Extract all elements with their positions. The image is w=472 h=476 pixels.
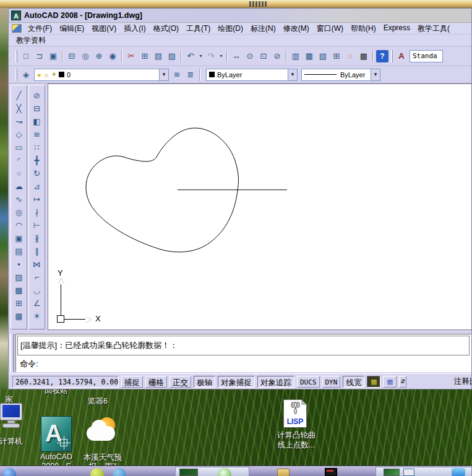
toolbar-button-save[interactable]: ▣ [47,50,59,62]
tool-button-array[interactable]: ∷ [30,141,43,154]
toolbar-button-undo-caret[interactable]: ▾ [198,50,204,62]
toolbar-grip[interactable] [15,50,17,62]
toolbar-button-cut[interactable]: ✂ [125,50,137,62]
tool-button-offset[interactable]: ≋ [30,128,43,141]
toolbar-grip[interactable] [391,50,393,62]
autocad-icon-label-line1[interactable]: AutoCAD [36,453,77,461]
make-object-layer-current-button[interactable]: ≋ [171,69,183,81]
text-style-combo[interactable]: Standa [410,50,443,62]
tool-button-ellipse[interactable]: ◎ [12,206,25,219]
tool-button-insert-block[interactable]: ▣ [12,232,25,245]
toolbar-button-zoom-realtime[interactable]: ⊙ [244,50,256,62]
command-text-area[interactable]: [温馨提示]：已经成功采集凸轮轮廓数据！： 命令: [15,334,471,372]
menu-item[interactable]: 工具(T) [182,22,214,35]
computer-icon-label[interactable]: 计算机 [0,436,30,447]
tool-button-extend[interactable]: ⊢ [30,219,43,232]
toolbar-button-undo[interactable]: ↶ [184,50,197,62]
taskbar-window-icon[interactable] [325,468,337,476]
toolbar-button-tool-palettes[interactable]: ▧ [317,50,329,62]
menu-item[interactable]: 教学资料 [12,34,49,47]
color-combo[interactable]: ByLayer ▼ [206,69,298,81]
tool-button-ellipse-arc[interactable]: ◠ [12,219,25,232]
toolbar-button-redo-caret[interactable]: ▾ [218,50,224,62]
coordinate-readout[interactable]: 260.3241, 134.5794, 0.0000 [12,376,119,388]
menu-item[interactable]: 格式(O) [150,22,182,35]
linetype-combo-arrow[interactable]: ▼ [371,69,380,80]
command-window-grip[interactable] [10,334,14,372]
tool-button-copy[interactable]: ⊟ [30,102,43,115]
toolbar-button-match-properties[interactable]: ▨ [166,50,178,62]
tool-button-rotate[interactable]: ↻ [30,167,43,180]
tool-button-stretch[interactable]: ↦ [30,193,43,206]
status-toggle[interactable]: 捕捉 [121,376,143,388]
layer-combo-arrow[interactable]: ▼ [159,69,168,80]
recycle-bin-label-partial[interactable]: 回收站 [45,389,68,396]
toolbar-button-sep5[interactable] [286,50,287,62]
layer-properties-button[interactable]: ◈ [20,69,32,81]
layer-combo[interactable]: ● ☼ ✦ 0 ▼ [34,69,169,81]
layer-on-icon[interactable]: ● [37,71,41,79]
lisp-icon-label-line2[interactable]: 线上点数... [275,440,318,451]
toolbar-button-plot[interactable]: ⊟ [66,50,78,62]
status-toggle[interactable]: 对象追踪 [257,376,294,388]
tool-button-make-block[interactable]: ▤ [12,245,25,258]
tool-button-circle[interactable]: ○ [12,167,25,180]
toolbar-button-new[interactable]: □ [20,50,32,62]
toolbar-button-redo[interactable]: ↷ [205,50,217,62]
menu-item[interactable]: 帮助(H) [347,22,380,35]
tool-button-rectangle[interactable]: ▭ [12,141,25,154]
color-combo-arrow[interactable]: ▼ [288,69,297,80]
taskbar-app-icon[interactable] [452,468,465,476]
toolbar-button-properties[interactable]: ▥ [290,50,302,62]
toolbar-button-help[interactable]: ? [376,50,388,62]
tool-button-revision-cloud[interactable]: ☁ [12,180,25,193]
status-toggle[interactable]: DUCS [297,376,320,388]
menu-item[interactable]: 绘图(D) [214,22,247,35]
weather-app-icon[interactable] [87,417,119,451]
toolbar-button-copy-clip[interactable]: ⊞ [139,50,151,62]
toolbar-button-quickcalc[interactable]: ▩ [358,50,370,62]
toolbar-button-open[interactable]: ⊐ [33,50,46,62]
toolbar-button-sep3[interactable] [181,50,182,62]
status-toggle[interactable]: 极轴 [194,376,215,388]
taskbar-task-panel[interactable] [175,467,249,476]
tool-button-fillet[interactable]: ◡ [30,284,43,297]
tool-button-region[interactable]: ⊞ [12,297,25,310]
tool-button-spline[interactable]: ∿ [12,193,25,206]
status-toggle[interactable]: 正交 [169,376,191,388]
tool-button-trim[interactable]: ∤ [30,206,43,219]
tool-button-align[interactable]: ∠ [30,297,43,310]
toolbar-button-publish[interactable]: ⊕ [93,50,105,62]
browser-icon-label-partial[interactable]: 览器6 [88,396,108,407]
drawing-canvas[interactable]: Y X [48,83,472,330]
toolbar-button-zoom-previous[interactable]: ⊘ [271,50,283,62]
status-toggle[interactable]: 线宽 [343,376,364,388]
menu-communication-icon[interactable] [12,24,22,33]
toolbar-button-web[interactable]: ◉ [106,50,119,62]
menu-item[interactable]: 修改(M) [280,22,313,35]
tool-button-gradient[interactable]: ▩ [12,284,25,297]
layout-button[interactable]: ▦ [383,376,397,388]
tool-button-construction-line[interactable]: ╳ [12,102,25,115]
lisp-file-icon[interactable]: ((())) () LISP [283,399,307,428]
text-style-icon[interactable]: A [395,50,408,62]
menu-item[interactable]: 窗口(W) [313,22,347,35]
tool-button-chamfer[interactable]: ⌐ [30,271,43,284]
tool-button-join[interactable]: ⋈ [30,258,43,271]
tool-button-line[interactable]: ╱ [12,89,25,102]
menu-item[interactable]: 教学工具( [414,22,453,35]
taskbar-app-icon[interactable] [113,468,126,476]
tool-button-mirror[interactable]: ◧ [30,115,43,128]
menu-item[interactable]: 编辑(E) [56,22,88,35]
linetype-combo[interactable]: ByLayer ▼ [301,69,380,81]
menu-item[interactable]: 插入(I) [120,22,149,35]
annotation-scale-label[interactable]: 注释比 [454,376,471,387]
title-bar[interactable]: A AutoCAD 2008 - [Drawing1.dwg] [9,9,471,23]
toolbar-button-sheet-set-manager[interactable]: ⊞ [330,50,343,62]
tool-button-explode[interactable]: ☀ [30,310,43,323]
status-toggle[interactable]: 对象捕捉 [218,376,255,388]
tool-button-arc[interactable]: ◜ [12,154,25,167]
taskbar-folder-icon[interactable] [277,469,290,476]
menu-item[interactable]: Express [380,22,414,35]
status-tray-arrow[interactable]: ⇵ [399,376,406,388]
